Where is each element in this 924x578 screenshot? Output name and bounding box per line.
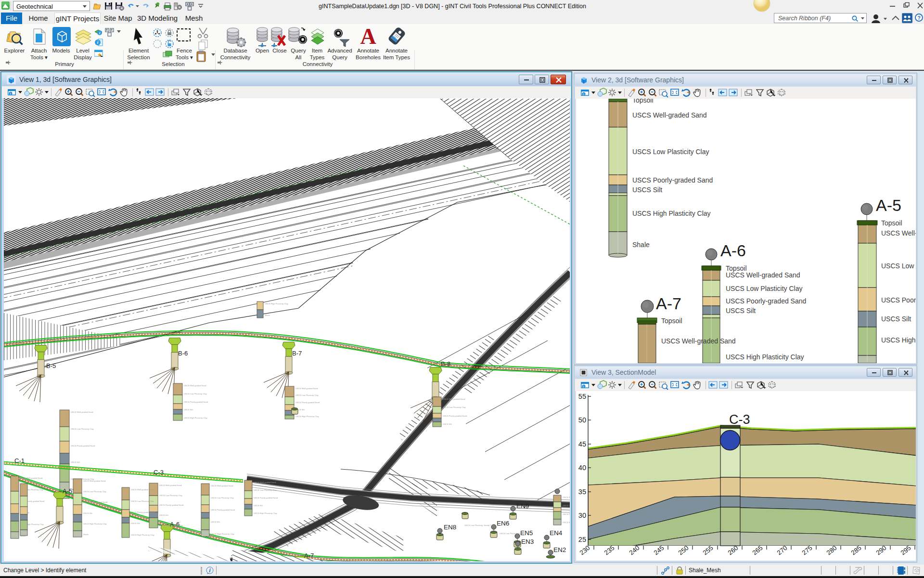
svg-text:USCS High Plasticity Clay: USCS High Plasticity Clay (265, 302, 289, 305)
svg-text:USCS Low Plasticity Clay: USCS Low Plasticity Clay (726, 285, 803, 292)
svg-text:Topsoil: Topsoil (632, 99, 654, 104)
svg-text:Shale: Shale (83, 533, 89, 536)
svg-text:USCS Well-graded Sand: USCS Well-graded Sand (632, 111, 707, 119)
svg-text:USCS Well-graded Sand: USCS Well-graded Sand (83, 480, 106, 482)
svg-text:USCS Silt: USCS Silt (563, 521, 570, 524)
svg-text:EN2: EN2 (553, 546, 566, 553)
svg-text:USCS Low Plasticity Clay: USCS Low Plasticity Clay (563, 504, 570, 507)
svg-text:A-5: A-5 (876, 196, 901, 214)
svg-text:A-5': A-5' (63, 487, 74, 495)
svg-text:USCS Low Plasticity Clay: USCS Low Plasticity Clay (254, 489, 277, 491)
svg-text:USCS High Plasticity Clay: USCS High Plasticity Clay (254, 512, 278, 514)
svg-text:USCS Low Plasticity Clay: USCS Low Plasticity Clay (83, 490, 107, 493)
svg-text:USCS Silt: USCS Silt (443, 423, 452, 425)
svg-text:USCS Poorly-graded Sand: USCS Poorly-graded Sand (211, 509, 235, 511)
svg-text:A-7: A-7 (656, 294, 681, 313)
svg-text:USCS Silt: USCS Silt (254, 504, 263, 507)
svg-text:USCS Poorly-graded Sand: USCS Poorly-graded Sand (131, 511, 155, 513)
svg-text:Topsoil: Topsoil (881, 219, 902, 227)
svg-text:30: 30 (578, 512, 586, 519)
svg-text:Shale: Shale (632, 241, 650, 249)
svg-text:B-5: B-5 (46, 362, 56, 369)
svg-text:35: 35 (578, 488, 586, 496)
svg-text:USCS Silt: USCS Silt (159, 514, 168, 516)
svg-text:i: i (583, 385, 584, 388)
svg-text:USCS Poorly-graded Sand: USCS Poorly-graded Sand (254, 497, 278, 499)
svg-text:USCS Well-graded Sand: USCS Well-graded Sand (295, 387, 318, 390)
svg-text:USCS High Plasticity Clay: USCS High Plasticity Clay (211, 533, 235, 535)
svg-text:USCS Low Plasticity Clay: USCS Low Plasticity Clay (184, 393, 207, 395)
svg-text:USCS High Plasticity Clay: USCS High Plasticity Clay (83, 523, 107, 525)
svg-text:USCS Low Plasticity Clay: USCS Low Plasticity Clay (211, 497, 234, 499)
svg-text:EN4: EN4 (550, 529, 563, 537)
svg-text:USCS Silt: USCS Silt (184, 408, 193, 411)
svg-text:USCS High F: USCS High F (881, 336, 916, 344)
svg-text:USCS Low Plasticity Clay: USCS Low Plasticity Clay (295, 394, 319, 396)
svg-text:USCS Well-graded Sand: USCS Well-graded Sand (159, 484, 182, 486)
svg-text:USCS Low Plasticity Clay: USCS Low Plasticity Clay (131, 500, 154, 502)
svg-text:USCS Poorly-graded Sand: USCS Poorly-graded Sand (295, 401, 320, 404)
svg-text:USCS Well-graded Sand: USCS Well-graded Sand (71, 411, 93, 413)
svg-text:45: 45 (578, 440, 586, 448)
svg-text:USCS Silt: USCS Silt (83, 512, 92, 514)
svg-text:USCS Low P: USCS Low P (881, 262, 916, 270)
svg-text:USCS Well-graded Sand: USCS Well-graded Sand (254, 481, 276, 484)
svg-text:USCS High Plasticity Clay: USCS High Plasticity Clay (632, 210, 711, 217)
svg-text:USCS Well-graded Sand: USCS Well-graded Sand (20, 477, 43, 479)
svg-text:USCS High Plasticity Clay: USCS High Plasticity Clay (131, 534, 155, 536)
svg-text:USCS Well-graded Sand: USCS Well-graded Sand (726, 271, 800, 279)
svg-text:C-3: C-3 (729, 412, 750, 427)
svg-text:USCS Well-graded Sand: USCS Well-graded Sand (443, 398, 465, 400)
svg-text:USCS Poorly-graded Sand: USCS Poorly-graded Sand (632, 176, 713, 184)
svg-text:USCS Poorly: USCS Poorly (881, 296, 916, 304)
svg-text:50: 50 (578, 416, 586, 424)
svg-text:i: i (583, 92, 584, 96)
svg-text:EN3: EN3 (521, 538, 534, 545)
svg-text:USCS High Plasticity Clay: USCS High Plasticity Clay (184, 417, 208, 419)
svg-text:USCS Well-g: USCS Well-g (881, 229, 916, 237)
svg-text:USCS Silt: USCS Silt (726, 307, 756, 315)
svg-text:USCS High Plasticity Clay: USCS High Plasticity Clay (159, 524, 183, 526)
svg-text:?: ? (917, 15, 921, 21)
svg-text:USCS Well-graded Sand: USCS Well-graded Sand (563, 496, 570, 499)
svg-text:EN8: EN8 (444, 524, 456, 531)
svg-text:EN6: EN6 (497, 520, 509, 527)
svg-text:USCS Well-graded Sand: USCS Well-graded Sand (661, 337, 736, 345)
svg-text:USCS Low Plasticity Clay: USCS Low Plasticity Clay (159, 494, 183, 497)
svg-text:USCS Well-graded Sand: USCS Well-graded Sand (131, 488, 154, 491)
svg-text:USCS High Plasticity Clay: USCS High Plasticity Clay (295, 415, 320, 418)
svg-text:USCS Silt: USCS Silt (211, 521, 220, 523)
svg-text:i: i (10, 92, 11, 95)
svg-text:B-8: B-8 (441, 360, 450, 368)
svg-text:USCS Low Plasticity Clay: USCS Low Plasticity Clay (632, 148, 709, 156)
svg-text:USCS Well-graded Sand: USCS Well-graded Sand (184, 384, 206, 387)
svg-text:C-3: C-3 (154, 469, 164, 476)
svg-text:Topsoil: Topsoil (661, 317, 682, 325)
svg-text:USCS Poorly-graded Sand: USCS Poorly-graded Sand (184, 401, 208, 403)
svg-text:USCS Low Plasticity Clay: USCS Low Plasticity Clay (443, 406, 466, 408)
svg-text:40: 40 (578, 464, 586, 472)
svg-text:B-6: B-6 (178, 350, 188, 357)
svg-text:USCS Low Plasticity Clay: USCS Low Plasticity Clay (500, 532, 523, 535)
svg-text:USCS Silt: USCS Silt (131, 522, 140, 525)
svg-text:USCS Poorly-graded Sand: USCS Poorly-graded Sand (71, 445, 95, 447)
svg-text:A-6: A-6 (720, 241, 746, 260)
svg-text:USCS Poorly-graded Sand: USCS Poorly-graded Sand (83, 501, 108, 503)
svg-text:A-7: A-7 (304, 552, 314, 559)
svg-text:USCS Low Plasticity, Sandy Cla: USCS Low Plasticity, Sandy Clay (464, 524, 495, 526)
svg-text:USCS Silt: USCS Silt (632, 186, 662, 194)
svg-text:25: 25 (578, 536, 586, 543)
svg-text:USCS Silt: USCS Silt (71, 461, 80, 463)
svg-text:USCS Poorly-graded Sand: USCS Poorly-graded Sand (726, 297, 806, 305)
svg-text:USCS Poorly-graded Sand: USCS Poorly-graded Sand (443, 415, 467, 417)
svg-text:USCS Poorly-graded Sand: USCS Poorly-graded Sand (563, 513, 570, 515)
svg-text:USCS Silt: USCS Silt (881, 315, 911, 323)
svg-text:Shale: Shale (265, 314, 270, 316)
svg-text:USCS Poorly-graded Sand: USCS Poorly-graded Sand (159, 504, 184, 506)
svg-text:USCS High Plasticity Clay: USCS High Plasticity Clay (726, 353, 804, 361)
svg-text:C-1: C-1 (14, 457, 25, 464)
svg-text:USCS Low Plasticity Clay: USCS Low Plasticity Clay (71, 428, 94, 430)
svg-text:USCS Well-graded Sand: USCS Well-graded Sand (211, 485, 233, 487)
svg-text:EN9: EN9 (516, 502, 529, 510)
svg-text:55: 55 (578, 393, 586, 400)
